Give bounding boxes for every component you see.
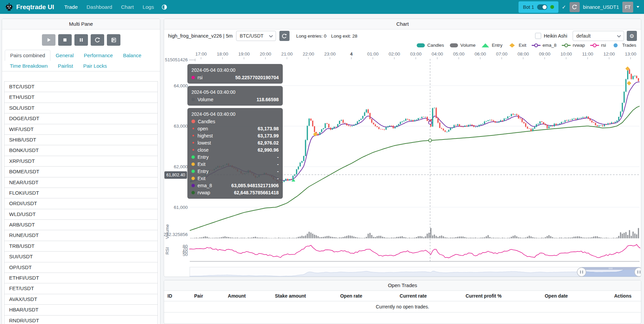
reload-button[interactable] — [91, 34, 104, 46]
stop-button[interactable] — [58, 34, 72, 46]
pair-row-fet[interactable]: FET/USDT — [4, 283, 158, 294]
stop-icon — [62, 37, 68, 43]
pair-row-op[interactable]: OP/USDT — [4, 262, 158, 273]
nav-item-trade[interactable]: Trade — [64, 4, 78, 10]
indicator-lines — [189, 82, 640, 231]
legend-item-rsi[interactable]: rsi — [590, 43, 606, 48]
pair-row-rune[interactable]: RUNE/USDT — [4, 230, 158, 241]
play-button[interactable] — [42, 34, 55, 46]
theme-toggle-icon[interactable] — [161, 4, 167, 10]
nav-item-chart[interactable]: Chart — [121, 4, 134, 10]
bot-selector[interactable]: Bot 1 — [519, 1, 558, 13]
legend-item-ema_8[interactable]: ema_8 — [532, 43, 556, 48]
datazoom-handle-right[interactable] — [635, 268, 641, 277]
pair-row-wif[interactable]: WIF/USDT — [4, 124, 158, 135]
chart-panel-title: Chart — [164, 19, 641, 29]
gear-icon: ⚙ — [629, 33, 634, 39]
pair-row-sol[interactable]: SOL/USDT — [4, 103, 158, 113]
crosshair-price-tag: 61,802.40 — [164, 171, 187, 179]
legend-item-trades[interactable]: Trades — [611, 43, 636, 48]
pair-row-btc[interactable]: BTC/USDT — [4, 81, 158, 92]
pair-row-trb[interactable]: TRB/USDT — [4, 241, 158, 252]
user-avatar[interactable]: FT — [622, 2, 633, 13]
svg-text:09:00: 09:00 — [539, 51, 550, 57]
pair-row-floki[interactable]: FLOKI/USDT — [4, 188, 158, 198]
legend-label: Entry — [492, 43, 503, 48]
chart-refresh-button[interactable] — [279, 31, 290, 41]
pair-select[interactable]: BTC/USDT — [236, 31, 276, 41]
legend-item-volume[interactable]: Volume — [450, 43, 476, 48]
col-header-id[interactable]: ID — [164, 291, 183, 301]
pair-row-avax[interactable]: AVAX/USDT — [4, 294, 158, 305]
col-header-stake-amount[interactable]: Stake amount — [259, 291, 321, 301]
col-header-current-profit--[interactable]: Current profit % — [445, 291, 522, 301]
col-header-actions[interactable]: Actions — [591, 291, 641, 301]
pair-row-bome[interactable]: BOME/USDT — [4, 167, 158, 177]
tab-pair-locks[interactable]: Pair Locks — [78, 61, 112, 71]
legend-item-candles[interactable]: Candles — [416, 43, 444, 48]
price-chart[interactable]: 17:0018:0019:0020:0021:0022:0023:00401:0… — [164, 49, 641, 277]
svg-text:08:00: 08:00 — [518, 51, 529, 57]
svg-text:10:00: 10:00 — [560, 51, 572, 57]
col-header-amount[interactable]: Amount — [214, 291, 259, 301]
open-trades-title: Open Trades — [164, 280, 641, 291]
tab-pairs-combined[interactable]: Pairs combined — [5, 50, 50, 61]
legend-volume-symbol — [450, 43, 458, 48]
svg-text:61,000: 61,000 — [174, 205, 188, 210]
pair-row-ordi[interactable]: ORDI/USDT — [4, 198, 158, 209]
svg-text:07:00: 07:00 — [496, 51, 507, 57]
legend-item-exit[interactable]: Exit — [508, 43, 526, 48]
nav-item-logs[interactable]: Logs — [143, 4, 154, 10]
plot-config-select[interactable]: default — [573, 31, 624, 41]
play-icon — [46, 37, 52, 43]
pair-row-ethfi[interactable]: ETHFI/USDT — [4, 273, 158, 283]
datazoom-slider[interactable] — [190, 267, 641, 277]
pair-row-rndr[interactable]: RNDR/USDT — [4, 316, 158, 324]
bot-enable-toggle[interactable] — [537, 4, 547, 10]
nav-item-dashboard[interactable]: Dashboard — [87, 4, 112, 10]
axis-labels: 17:0018:0019:0020:0021:0022:0023:00401:0… — [164, 51, 636, 257]
open-trades-table: IDPairAmountStake amountOpen rateCurrent… — [164, 291, 641, 312]
global-refresh-button[interactable] — [570, 2, 580, 12]
col-header-current-rate[interactable]: Current rate — [381, 291, 445, 301]
svg-text:13:00: 13:00 — [625, 51, 636, 57]
legend-label: rsi — [601, 43, 606, 48]
svg-text:50: 50 — [183, 252, 188, 257]
pair-row-hbar[interactable]: HBAR/USDT — [4, 305, 158, 315]
tab-pairlist[interactable]: Pairlist — [53, 61, 78, 71]
pair-row-wld[interactable]: WLD/USDT — [4, 209, 158, 220]
user-menu-caret-icon[interactable] — [637, 6, 639, 8]
pair-row-near[interactable]: NEAR/USDT — [4, 177, 158, 188]
col-header-pair[interactable]: Pair — [183, 291, 214, 301]
legend-exit-symbol — [508, 43, 516, 48]
clear-chart-icon — [111, 37, 117, 43]
tab-general[interactable]: General — [50, 50, 78, 61]
app-brand[interactable]: Freqtrade UI — [5, 3, 54, 12]
svg-text:19:00: 19:00 — [238, 51, 250, 57]
pair-row-xrp[interactable]: XRP/USDT — [4, 156, 158, 167]
pair-row-bonk[interactable]: BONK/USDT — [4, 145, 158, 156]
tab-performance[interactable]: Performance — [79, 50, 118, 61]
heikin-ashi-label: Heikin Ashi — [544, 33, 567, 39]
datazoom-handle-left[interactable] — [577, 268, 586, 277]
tab-balance[interactable]: Balance — [118, 50, 146, 61]
multi-pane-panel: Multi Pane Pairs combinedGeneralPerform — [2, 19, 160, 324]
clear-chart-button[interactable] — [107, 34, 120, 46]
plot-settings-button[interactable]: ⚙ — [627, 31, 637, 41]
pair-row-doge[interactable]: DOGE/USDT — [4, 113, 158, 124]
tab-time-breakdown[interactable]: Time Breakdown — [5, 61, 53, 71]
legend-item-entry[interactable]: Entry — [481, 43, 503, 48]
bot-online-indicator — [550, 5, 554, 9]
main-nav: TradeDashboardChartLogs — [64, 4, 154, 10]
legend-item-rvwap[interactable]: rvwap — [562, 43, 585, 48]
svg-text:03:00: 03:00 — [410, 51, 421, 57]
col-header-open-rate[interactable]: Open rate — [321, 291, 381, 301]
col-header-open-date[interactable]: Open date — [522, 291, 591, 301]
heikin-ashi-checkbox[interactable] — [535, 33, 541, 39]
pair-row-sui[interactable]: SUI/USDT — [4, 252, 158, 262]
pause-button[interactable] — [74, 34, 88, 46]
pair-row-shib[interactable]: SHIB/USDT — [4, 135, 158, 145]
pair-row-eth[interactable]: ETH/USDT — [4, 92, 158, 103]
brand-title: Freqtrade UI — [16, 3, 54, 11]
pair-row-arb[interactable]: ARB/USDT — [4, 220, 158, 230]
